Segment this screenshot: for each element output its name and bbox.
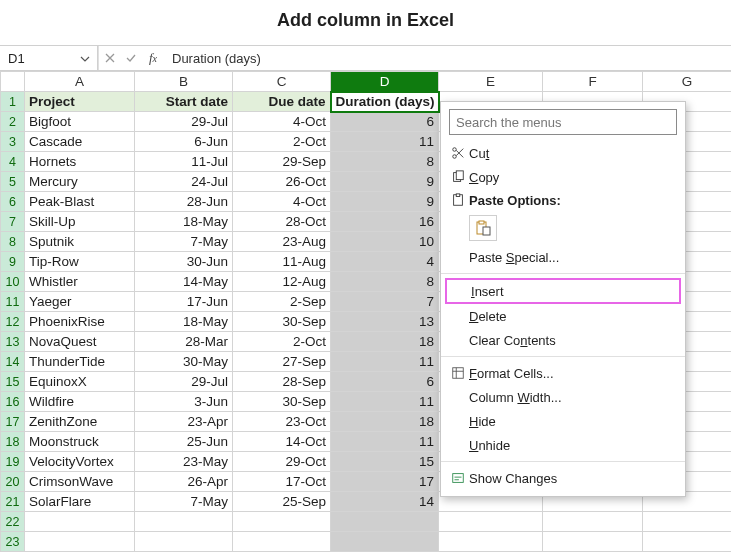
cell[interactable]: 25-Jun (135, 432, 233, 452)
column-header-d[interactable]: D (331, 72, 439, 92)
row-header[interactable]: 17 (1, 412, 25, 432)
context-menu-paste-special[interactable]: Paste Special... (441, 245, 685, 269)
cell[interactable] (439, 532, 543, 552)
cell[interactable]: Hornets (25, 152, 135, 172)
cell[interactable]: 14 (331, 492, 439, 512)
cell[interactable]: Tip-Row (25, 252, 135, 272)
row-header[interactable]: 19 (1, 452, 25, 472)
cancel-formula-button[interactable] (98, 46, 120, 70)
cell[interactable]: 30-Sep (233, 392, 331, 412)
name-box-dropdown-icon[interactable] (77, 51, 93, 67)
column-header-g[interactable]: G (643, 72, 732, 92)
row-header[interactable]: 23 (1, 532, 25, 552)
column-header-c[interactable]: C (233, 72, 331, 92)
cell[interactable]: 28-Mar (135, 332, 233, 352)
cell[interactable]: Bigfoot (25, 112, 135, 132)
cell[interactable]: 8 (331, 152, 439, 172)
cell[interactable]: 28-Sep (233, 372, 331, 392)
cell[interactable]: 17-Jun (135, 292, 233, 312)
cell[interactable] (543, 512, 643, 532)
name-box[interactable]: D1 (0, 46, 98, 70)
cell[interactable]: 29-Jul (135, 372, 233, 392)
cell[interactable]: 18-May (135, 312, 233, 332)
cell[interactable]: ThunderTide (25, 352, 135, 372)
cell[interactable]: 12-Aug (233, 272, 331, 292)
cell[interactable]: Skill-Up (25, 212, 135, 232)
cell[interactable]: 24-Jul (135, 172, 233, 192)
cell[interactable]: 7-May (135, 232, 233, 252)
cell[interactable]: 7-May (135, 492, 233, 512)
cell[interactable]: 28-Oct (233, 212, 331, 232)
context-menu-copy[interactable]: Copy (441, 165, 685, 189)
row-header[interactable]: 22 (1, 512, 25, 532)
cell[interactable]: 30-Jun (135, 252, 233, 272)
context-menu-insert[interactable]: Insert (445, 278, 681, 304)
cell[interactable]: Moonstruck (25, 432, 135, 452)
cell[interactable]: Peak-Blast (25, 192, 135, 212)
cell[interactable]: 11 (331, 132, 439, 152)
cell[interactable]: 11-Aug (233, 252, 331, 272)
cell[interactable]: 27-Sep (233, 352, 331, 372)
row-header[interactable]: 16 (1, 392, 25, 412)
cell[interactable] (543, 532, 643, 552)
cell[interactable]: 6 (331, 112, 439, 132)
cell[interactable]: 11 (331, 392, 439, 412)
cell[interactable] (25, 512, 135, 532)
row-header[interactable]: 15 (1, 372, 25, 392)
cell[interactable]: 16 (331, 212, 439, 232)
context-menu-search[interactable]: Search the menus (449, 109, 677, 135)
cell[interactable] (643, 512, 732, 532)
cell[interactable]: 23-Oct (233, 412, 331, 432)
context-menu-unhide[interactable]: Unhide (441, 433, 685, 457)
row-header[interactable]: 9 (1, 252, 25, 272)
cell[interactable]: 14-May (135, 272, 233, 292)
cell[interactable]: Project (25, 92, 135, 112)
context-menu-clear-contents[interactable]: Clear Contents (441, 328, 685, 352)
cell[interactable]: ZenithZone (25, 412, 135, 432)
row-header[interactable]: 3 (1, 132, 25, 152)
cell[interactable]: Start date (135, 92, 233, 112)
cell[interactable]: 26-Apr (135, 472, 233, 492)
context-menu-format-cells[interactable]: Format Cells... (441, 361, 685, 385)
cell[interactable]: Whistler (25, 272, 135, 292)
cell[interactable]: 10 (331, 232, 439, 252)
cell[interactable]: 9 (331, 192, 439, 212)
row-header[interactable]: 12 (1, 312, 25, 332)
cell[interactable]: 4 (331, 252, 439, 272)
cell[interactable]: Wildfire (25, 392, 135, 412)
row-header[interactable]: 14 (1, 352, 25, 372)
cell[interactable]: Yaeger (25, 292, 135, 312)
cell[interactable]: 4-Oct (233, 112, 331, 132)
cell[interactable]: NovaQuest (25, 332, 135, 352)
cell[interactable] (643, 532, 732, 552)
row-header[interactable]: 13 (1, 332, 25, 352)
cell[interactable]: 6 (331, 372, 439, 392)
cell[interactable]: EquinoxX (25, 372, 135, 392)
cell[interactable]: 17 (331, 472, 439, 492)
cell[interactable]: Cascade (25, 132, 135, 152)
cell[interactable]: 4-Oct (233, 192, 331, 212)
cell[interactable]: Mercury (25, 172, 135, 192)
select-all-corner[interactable] (1, 72, 25, 92)
cell[interactable]: CrimsonWave (25, 472, 135, 492)
cell[interactable] (135, 512, 233, 532)
cell[interactable] (233, 512, 331, 532)
cell[interactable]: 2-Oct (233, 332, 331, 352)
row-header[interactable]: 18 (1, 432, 25, 452)
cell[interactable]: 14-Oct (233, 432, 331, 452)
accept-formula-button[interactable] (120, 46, 142, 70)
column-header-e[interactable]: E (439, 72, 543, 92)
cell[interactable]: 2-Oct (233, 132, 331, 152)
context-menu-show-changes[interactable]: Show Changes (441, 466, 685, 490)
cell[interactable]: 17-Oct (233, 472, 331, 492)
cell[interactable]: PhoenixRise (25, 312, 135, 332)
cell[interactable] (439, 512, 543, 532)
cell[interactable]: Duration (days) (331, 92, 439, 112)
column-header-a[interactable]: A (25, 72, 135, 92)
context-menu-cut[interactable]: Cut (441, 141, 685, 165)
cell[interactable]: 8 (331, 272, 439, 292)
cell[interactable]: 11 (331, 432, 439, 452)
cell[interactable]: Sputnik (25, 232, 135, 252)
row-header[interactable]: 8 (1, 232, 25, 252)
context-menu-column-width[interactable]: Column Width... (441, 385, 685, 409)
